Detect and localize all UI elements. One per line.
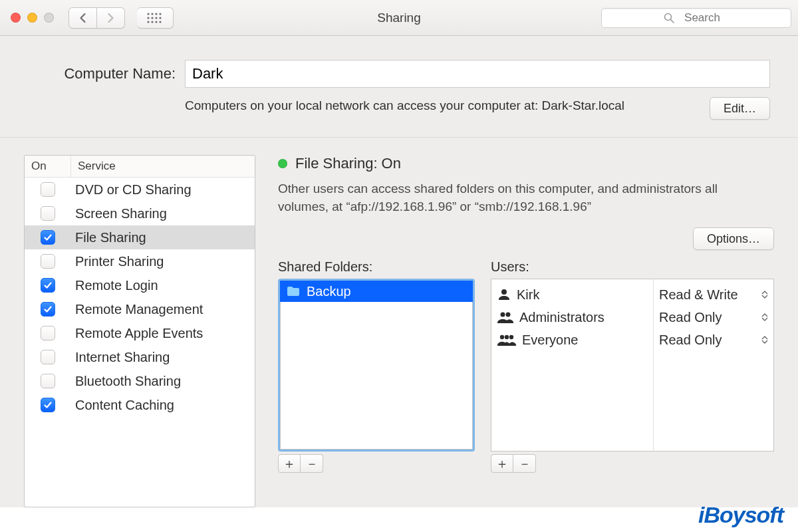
permission-stepper-icon[interactable] bbox=[761, 313, 768, 321]
svg-point-10 bbox=[155, 21, 157, 23]
grid-icon bbox=[146, 12, 164, 24]
options-button[interactable]: Options… bbox=[693, 227, 774, 250]
user-row[interactable]: Kirk bbox=[497, 283, 648, 306]
svg-point-0 bbox=[147, 13, 149, 15]
permission-stepper-icon[interactable] bbox=[761, 291, 768, 299]
add-user-button[interactable]: ＋ bbox=[491, 454, 513, 473]
permission-row[interactable]: Read & Write bbox=[659, 283, 768, 306]
shared-folder-name: Backup bbox=[307, 284, 351, 299]
service-checkbox[interactable] bbox=[41, 230, 55, 245]
window-controls bbox=[11, 13, 54, 23]
computer-name-label: Computer Name: bbox=[28, 65, 176, 82]
show-all-button-group bbox=[137, 7, 174, 29]
search-input[interactable] bbox=[601, 8, 791, 28]
service-row[interactable]: Printer Sharing bbox=[25, 249, 255, 273]
svg-point-15 bbox=[506, 313, 511, 317]
permission-row[interactable]: Read Only bbox=[659, 329, 768, 351]
nav-back-forward bbox=[68, 7, 125, 29]
group-icon bbox=[497, 310, 514, 325]
user-row[interactable]: Everyone bbox=[497, 329, 648, 351]
computer-name-section: Computer Name: Computers on your local n… bbox=[0, 36, 798, 138]
file-sharing-description: Other users can access shared folders on… bbox=[278, 180, 770, 215]
back-button[interactable] bbox=[68, 7, 97, 29]
checkmark-icon bbox=[43, 233, 53, 242]
service-row[interactable]: Remote Apple Events bbox=[25, 321, 255, 345]
status-indicator-icon bbox=[278, 159, 287, 168]
user-row[interactable]: Administrators bbox=[497, 306, 648, 329]
add-folder-button[interactable]: ＋ bbox=[278, 454, 301, 473]
svg-point-5 bbox=[151, 17, 153, 19]
service-label: Remote Apple Events bbox=[71, 326, 203, 341]
services-header-service: Service bbox=[71, 156, 122, 177]
search-field-wrap bbox=[601, 8, 791, 28]
service-checkbox[interactable] bbox=[41, 326, 55, 340]
service-checkbox[interactable] bbox=[41, 254, 55, 269]
users-addremove: ＋ － bbox=[491, 454, 774, 473]
service-checkbox[interactable] bbox=[41, 182, 55, 197]
svg-point-17 bbox=[505, 335, 509, 339]
chevron-left-icon bbox=[78, 13, 87, 23]
svg-point-11 bbox=[159, 21, 161, 23]
svg-point-18 bbox=[509, 335, 513, 339]
service-checkbox[interactable] bbox=[41, 374, 55, 388]
minimize-window-button[interactable] bbox=[27, 13, 37, 23]
service-checkbox[interactable] bbox=[41, 398, 55, 412]
user-name: Everyone bbox=[522, 332, 579, 348]
zoom-window-button[interactable] bbox=[44, 13, 54, 23]
checkmark-icon bbox=[43, 400, 53, 410]
service-checkbox[interactable] bbox=[41, 206, 55, 221]
close-window-button[interactable] bbox=[11, 13, 21, 23]
svg-point-1 bbox=[151, 13, 153, 15]
service-row[interactable]: Remote Management bbox=[25, 297, 255, 321]
permission-value: Read & Write bbox=[659, 287, 738, 303]
service-row[interactable]: Remote Login bbox=[25, 273, 255, 297]
watermark: iBoysoft bbox=[698, 502, 783, 528]
file-sharing-status-title: File Sharing: On bbox=[295, 155, 401, 172]
everyone-icon bbox=[497, 332, 517, 347]
sharing-body: On Service DVD or CD SharingScreen Shari… bbox=[0, 138, 798, 507]
shared-folders-list[interactable]: Backup bbox=[278, 279, 475, 452]
svg-point-6 bbox=[155, 17, 157, 19]
service-checkbox[interactable] bbox=[41, 278, 55, 293]
service-row[interactable]: Bluetooth Sharing bbox=[25, 369, 255, 393]
shared-folders-panel: Shared Folders: Backup ＋ － bbox=[278, 259, 475, 473]
shared-folder-row[interactable]: Backup bbox=[280, 281, 473, 302]
users-panel: Users: KirkAdministratorsEveryone Read &… bbox=[491, 259, 774, 473]
svg-point-4 bbox=[147, 17, 149, 19]
permission-value: Read Only bbox=[659, 332, 722, 348]
users-column[interactable]: KirkAdministratorsEveryone bbox=[491, 279, 654, 451]
forward-button[interactable] bbox=[97, 7, 125, 29]
service-label: Content Caching bbox=[71, 398, 174, 413]
remove-folder-button[interactable]: － bbox=[301, 454, 323, 473]
service-checkbox[interactable] bbox=[41, 350, 55, 364]
permissions-column: Read & WriteRead OnlyRead Only bbox=[654, 279, 773, 451]
titlebar: Sharing bbox=[0, 0, 798, 36]
svg-line-13 bbox=[671, 19, 674, 23]
service-row[interactable]: DVD or CD Sharing bbox=[25, 178, 255, 201]
permission-stepper-icon[interactable] bbox=[761, 336, 768, 344]
service-label: File Sharing bbox=[71, 230, 146, 245]
service-row[interactable]: Screen Sharing bbox=[25, 201, 255, 225]
remove-user-button[interactable]: － bbox=[513, 454, 536, 473]
service-checkbox[interactable] bbox=[41, 302, 55, 317]
svg-point-9 bbox=[151, 21, 153, 23]
svg-point-2 bbox=[155, 13, 157, 15]
service-detail: File Sharing: On Other users can access … bbox=[278, 155, 774, 507]
permission-row[interactable]: Read Only bbox=[659, 306, 768, 329]
service-row[interactable]: File Sharing bbox=[25, 225, 255, 249]
folder-icon bbox=[287, 286, 300, 297]
service-label: Bluetooth Sharing bbox=[71, 374, 181, 389]
computer-name-input[interactable] bbox=[185, 60, 770, 88]
services-header-on: On bbox=[25, 156, 71, 177]
service-row[interactable]: Internet Sharing bbox=[25, 345, 255, 369]
shared-folders-addremove: ＋ － bbox=[278, 454, 475, 473]
service-row[interactable]: Content Caching bbox=[25, 393, 255, 417]
checkmark-icon bbox=[43, 281, 53, 290]
edit-hostname-button[interactable]: Edit… bbox=[710, 97, 770, 120]
user-name: Administrators bbox=[519, 310, 604, 325]
service-label: Internet Sharing bbox=[71, 350, 170, 365]
svg-point-8 bbox=[147, 21, 149, 23]
svg-point-16 bbox=[500, 335, 504, 339]
permission-value: Read Only bbox=[659, 310, 722, 325]
show-all-button[interactable] bbox=[137, 7, 174, 29]
